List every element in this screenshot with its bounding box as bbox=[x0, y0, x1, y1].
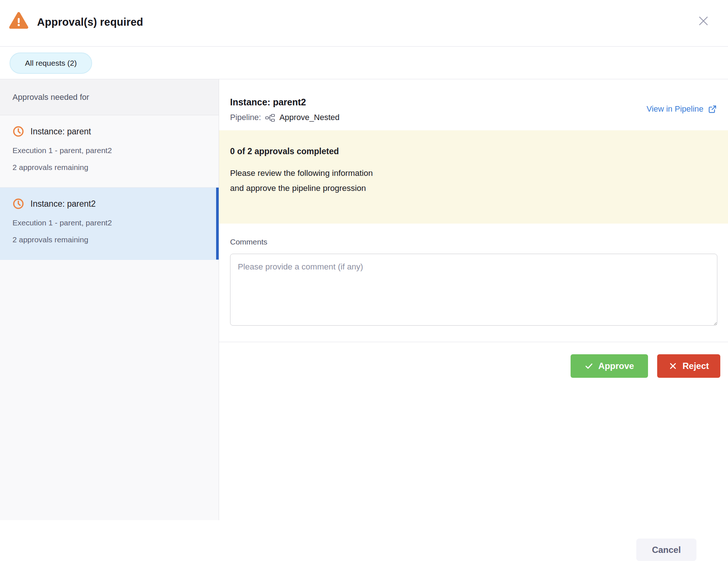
comment-input[interactable] bbox=[230, 254, 717, 326]
approval-item-remaining: 2 approvals remaining bbox=[12, 163, 211, 172]
approval-instructions-line2: and approve the pipeline progression bbox=[230, 181, 717, 196]
pipeline-row: Pipeline: Approve_Nested bbox=[230, 113, 339, 122]
approve-button[interactable]: Approve bbox=[571, 354, 648, 378]
approvals-sidebar: Approvals needed for Instance: parent Ex… bbox=[0, 79, 219, 520]
approval-item-parent[interactable]: Instance: parent Execution 1 - parent, p… bbox=[0, 115, 219, 188]
approval-status-banner: 0 of 2 approvals completed Please review… bbox=[219, 130, 728, 224]
detail-panel: Instance: parent2 Pipeline: Approve_Nest… bbox=[219, 79, 728, 520]
page-title: Approval(s) required bbox=[37, 16, 143, 28]
approval-item-execution: Execution 1 - parent, parent2 bbox=[12, 146, 211, 155]
cancel-button[interactable]: Cancel bbox=[636, 539, 696, 561]
view-in-pipeline-label: View in Pipeline bbox=[647, 104, 703, 114]
pipeline-label: Pipeline: bbox=[230, 113, 261, 122]
check-icon bbox=[585, 362, 593, 370]
tab-all-requests[interactable]: All requests (2) bbox=[10, 52, 92, 74]
approval-item-head: Instance: parent2 bbox=[12, 198, 211, 210]
approval-item-remaining: 2 approvals remaining bbox=[12, 235, 211, 244]
close-icon[interactable] bbox=[696, 13, 711, 29]
modal-footer: Cancel bbox=[0, 520, 728, 583]
detail-header-left: Instance: parent2 Pipeline: Approve_Nest… bbox=[230, 97, 339, 122]
approval-instructions: Please review the following information … bbox=[230, 166, 717, 196]
x-icon bbox=[669, 362, 677, 370]
clock-icon bbox=[12, 198, 24, 210]
pipeline-icon bbox=[265, 113, 275, 122]
action-row: Approve Reject bbox=[219, 342, 728, 378]
approval-item-title: Instance: parent2 bbox=[30, 199, 96, 209]
reject-button[interactable]: Reject bbox=[657, 354, 720, 378]
sidebar-header: Approvals needed for bbox=[0, 79, 219, 115]
instance-title: Instance: parent2 bbox=[230, 97, 339, 108]
tab-row: All requests (2) bbox=[0, 47, 728, 79]
reject-label: Reject bbox=[682, 361, 709, 371]
approvals-completed-text: 0 of 2 approvals completed bbox=[230, 146, 717, 156]
external-link-icon bbox=[708, 105, 717, 114]
warning-icon bbox=[9, 11, 29, 30]
detail-header: Instance: parent2 Pipeline: Approve_Nest… bbox=[219, 79, 728, 122]
pipeline-name: Approve_Nested bbox=[279, 113, 339, 122]
comments-label: Comments bbox=[230, 238, 717, 246]
view-in-pipeline-link[interactable]: View in Pipeline bbox=[647, 104, 717, 114]
approve-label: Approve bbox=[598, 361, 634, 371]
approval-item-title: Instance: parent bbox=[30, 127, 91, 137]
modal-body: Approvals needed for Instance: parent Ex… bbox=[0, 79, 728, 520]
approval-item-parent2[interactable]: Instance: parent2 Execution 1 - parent, … bbox=[0, 188, 219, 260]
approval-instructions-line1: Please review the following information bbox=[230, 166, 717, 181]
clock-icon bbox=[12, 126, 24, 137]
approval-item-execution: Execution 1 - parent, parent2 bbox=[12, 218, 211, 227]
modal-header: Approval(s) required bbox=[0, 0, 728, 47]
approval-item-head: Instance: parent bbox=[12, 126, 211, 137]
